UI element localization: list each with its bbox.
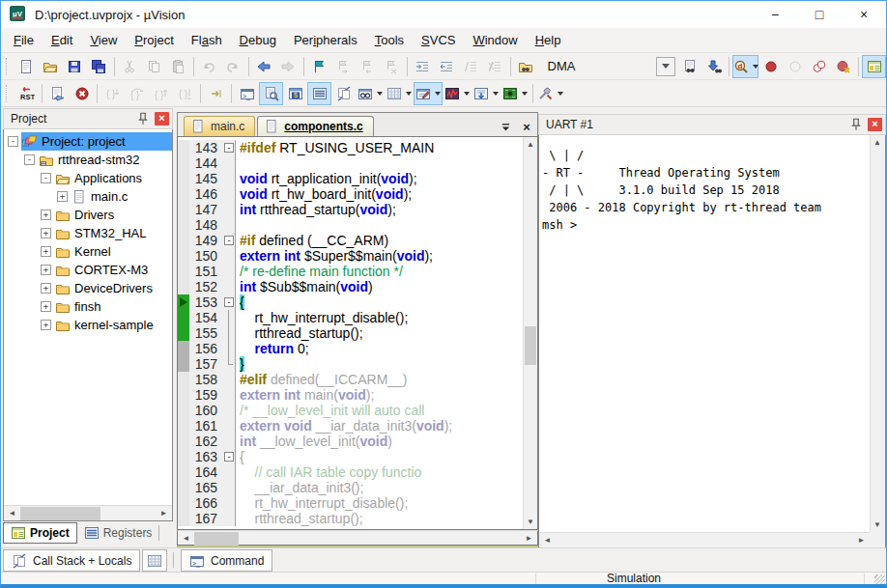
- find-menu-button[interactable]: d: [732, 55, 758, 78]
- command-window-button[interactable]: >_: [235, 82, 259, 105]
- code-line-160[interactable]: 160/* __low_level_init will auto call: [178, 403, 523, 418]
- code-line-155[interactable]: 155 rtthread_startup();: [178, 325, 523, 341]
- close-icon[interactable]: ×: [155, 112, 169, 126]
- find-in-files-button[interactable]: [514, 55, 538, 78]
- save-button[interactable]: [63, 55, 87, 78]
- kill-all-breakpoints-button[interactable]: [831, 55, 855, 78]
- open-file-button[interactable]: [39, 55, 63, 78]
- menu-edit[interactable]: Edit: [43, 28, 81, 52]
- memory-window-button[interactable]: [385, 82, 414, 105]
- code-line-153[interactable]: 153-{: [178, 294, 523, 310]
- fold-margin[interactable]: -: [222, 140, 236, 155]
- dropdown-arrow-icon[interactable]: [753, 65, 758, 69]
- scroll-thumb[interactable]: [20, 507, 100, 520]
- redo-button[interactable]: [221, 55, 245, 78]
- tree-item-body[interactable]: rtthread-stm32: [38, 151, 172, 169]
- fold-margin[interactable]: -: [222, 449, 236, 464]
- clear-bookmarks-button[interactable]: [380, 55, 404, 78]
- prev-bookmark-button[interactable]: [356, 55, 380, 78]
- expand-icon[interactable]: +: [41, 228, 51, 238]
- close-document-icon[interactable]: ×: [516, 117, 537, 136]
- tree-item-kernel[interactable]: +Kernel: [4, 242, 172, 261]
- tree-item-body[interactable]: Applications: [54, 169, 172, 187]
- uart-vscrollbar[interactable]: ▲ ▼: [870, 135, 885, 532]
- resize-grip[interactable]: [874, 574, 885, 585]
- command-tab[interactable]: >_ Command: [181, 549, 272, 572]
- dropdown-arrow-icon[interactable]: [406, 92, 412, 96]
- navigate-back-button[interactable]: [252, 55, 276, 78]
- code-line-146[interactable]: 146void rt_hw_board_init(void);: [178, 186, 523, 202]
- code-view[interactable]: 143-#ifdef RT_USING_USER_MAIN144145void …: [178, 137, 523, 529]
- code-line-159[interactable]: 159extern int main(void);: [178, 387, 523, 403]
- editor-vscrollbar[interactable]: ▲ ▼: [523, 137, 537, 529]
- code-line-157[interactable]: 157}: [178, 356, 523, 372]
- dropdown-arrow-icon[interactable]: [558, 92, 563, 96]
- show-next-statement-button[interactable]: [204, 82, 228, 105]
- code-line-164[interactable]: 164 // call IAR table copy functio: [178, 464, 523, 480]
- tree-item-devicedrivers[interactable]: +DeviceDrivers: [4, 279, 172, 297]
- tree-item-body[interactable]: Drivers: [54, 206, 172, 224]
- menu-project[interactable]: Project: [126, 28, 182, 52]
- menu-flash[interactable]: Flash: [183, 28, 231, 52]
- step-out-button[interactable]: { }: [149, 82, 173, 105]
- scroll-right-arrow[interactable]: ►: [157, 507, 171, 520]
- menu-svcs[interactable]: SVCS: [413, 28, 464, 52]
- tree-item-body[interactable]: STM32_HAL: [54, 224, 172, 242]
- registers-tab[interactable]: Registers: [77, 522, 159, 544]
- code-line-162[interactable]: 162int __low_level_init(void): [178, 434, 523, 449]
- logic-analyzer-button[interactable]: [443, 82, 472, 105]
- code-line-158[interactable]: 158#elif defined(__ICCARM__): [178, 372, 523, 387]
- fold-collapse-icon[interactable]: -: [224, 143, 234, 153]
- disable-breakpoint-button[interactable]: [783, 55, 807, 78]
- expand-icon[interactable]: +: [41, 320, 51, 330]
- scroll-down-arrow[interactable]: ▼: [871, 518, 884, 532]
- menu-file[interactable]: File: [5, 28, 43, 52]
- toggle-breakpoint-button[interactable]: [758, 55, 783, 78]
- scroll-down-arrow[interactable]: ▼: [524, 515, 537, 529]
- scroll-right-arrow[interactable]: ►: [522, 532, 536, 546]
- incremental-find-button[interactable]: [701, 55, 726, 78]
- comment-selection-button[interactable]: [459, 55, 483, 78]
- tree-item-finsh[interactable]: +finsh: [4, 297, 172, 316]
- next-bookmark-button[interactable]: [331, 55, 356, 78]
- project-window-button[interactable]: [862, 55, 886, 78]
- expand-icon[interactable]: +: [41, 265, 51, 275]
- menu-debug[interactable]: Debug: [231, 28, 285, 52]
- menu-peripherals[interactable]: Peripherals: [285, 28, 366, 52]
- project-tab[interactable]: Project: [3, 522, 77, 544]
- cut-button[interactable]: [118, 55, 142, 78]
- call-stack-window-button[interactable]: [331, 82, 356, 105]
- fold-margin[interactable]: -: [222, 294, 236, 310]
- expand-icon[interactable]: +: [41, 283, 51, 294]
- code-line-150[interactable]: 150extern int $Super$$main(void);: [178, 248, 523, 264]
- scroll-thumb[interactable]: [194, 532, 239, 546]
- uncomment-selection-button[interactable]: [483, 55, 507, 78]
- debug-settings-button[interactable]: [536, 82, 565, 105]
- save-all-button[interactable]: [87, 55, 111, 78]
- watch-window-button[interactable]: [356, 82, 385, 105]
- pin-icon[interactable]: [135, 111, 151, 126]
- expand-icon[interactable]: +: [41, 210, 51, 220]
- tree-item-applications[interactable]: -Applications: [4, 169, 172, 187]
- tab-main-c[interactable]: main.c: [184, 116, 255, 136]
- dropdown-arrow-icon[interactable]: [493, 92, 499, 96]
- step-into-button[interactable]: { }: [100, 82, 125, 105]
- editor-hscrollbar[interactable]: ◄ ►: [177, 530, 538, 546]
- tree-item-body[interactable]: kernel-sample: [54, 316, 172, 334]
- maximize-button[interactable]: □: [797, 1, 842, 28]
- paste-button[interactable]: [166, 55, 190, 78]
- code-editor[interactable]: 143-#ifdef RT_USING_USER_MAIN144145void …: [177, 136, 538, 530]
- scroll-right-arrow[interactable]: ►: [854, 534, 869, 547]
- tree-item-body[interactable]: Kernel: [54, 242, 172, 261]
- find-in-files-doc-button[interactable]: [677, 55, 701, 78]
- tree-item-kernel-sample[interactable]: +kernel-sample: [4, 316, 172, 334]
- menu-view[interactable]: View: [81, 28, 126, 52]
- fold-collapse-icon[interactable]: -: [224, 297, 234, 307]
- fold-collapse-icon[interactable]: -: [224, 452, 234, 462]
- run-button[interactable]: [45, 82, 70, 105]
- close-button[interactable]: ×: [842, 1, 886, 28]
- tree-item-main-c[interactable]: +main.c: [4, 187, 172, 206]
- code-line-148[interactable]: 148: [178, 217, 523, 233]
- tree-item-stm32-hal[interactable]: +STM32_HAL: [4, 224, 172, 242]
- code-line-166[interactable]: 166 rt_hw_interrupt_disable();: [178, 495, 523, 511]
